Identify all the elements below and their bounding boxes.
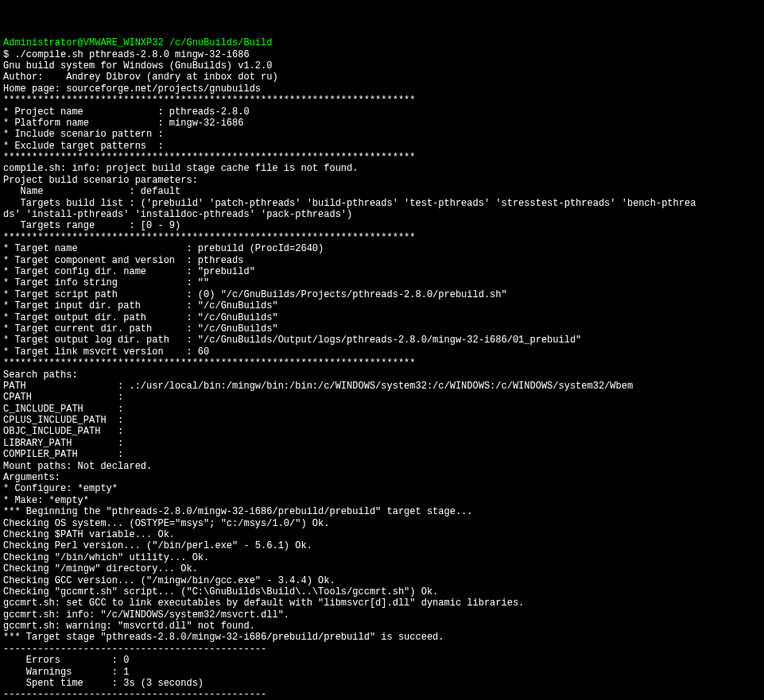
terminal-line: * Target config dir. name : "prebuild" bbox=[3, 266, 764, 277]
terminal-line: Warnings : 1 bbox=[3, 667, 764, 678]
terminal-line: compile.sh: info: project build stage ca… bbox=[3, 163, 764, 174]
terminal-line: * Platform name : mingw-32-i686 bbox=[3, 118, 764, 129]
terminal-line: * Target info string : "" bbox=[3, 277, 764, 288]
terminal-line: Targets range : [0 - 9) bbox=[3, 220, 764, 231]
terminal-line: Search paths: bbox=[3, 369, 764, 381]
terminal-line: ****************************************… bbox=[3, 232, 764, 243]
terminal-line: Errors : 0 bbox=[3, 655, 764, 666]
terminal-line: PATH : .:/usr/local/bin:/mingw/bin:/bin:… bbox=[3, 381, 764, 392]
terminal-line: * Target script path : (0) "/c/GnuBuilds… bbox=[3, 289, 764, 300]
terminal-line: *** Beginning the "pthreads-2.8.0/mingw-… bbox=[3, 506, 764, 517]
terminal-line: Project build scenario parameters: bbox=[3, 175, 764, 186]
terminal-titlebar: Administrator@VMWARE_WINXP32 /c/GnuBuild… bbox=[3, 37, 272, 48]
terminal-line: Checking "/bin/which" utility... Ok. bbox=[3, 552, 764, 563]
terminal-line: * Target current dir. path : "/c/GnuBuil… bbox=[3, 323, 764, 335]
terminal-line: gccmrt.sh: warning: "msvcrtd.dll" not fo… bbox=[3, 621, 764, 632]
terminal-line: * Target output log dir. path : "/c/GnuB… bbox=[3, 335, 764, 346]
terminal-line: Targets build list : ('prebuild' 'patch-… bbox=[3, 198, 764, 209]
terminal-line: gccmrt.sh: info: "/c/WINDOWS/system32/ms… bbox=[3, 609, 764, 621]
terminal-line: Arguments: bbox=[3, 472, 764, 483]
terminal-line: *** Target stage "pthreads-2.8.0/mingw-3… bbox=[3, 632, 764, 643]
terminal-line: CPATH : bbox=[3, 392, 764, 403]
terminal-line: Checking $PATH variable... Ok. bbox=[3, 529, 764, 540]
terminal-line: ds' 'install-pthreads' 'installdoc-pthre… bbox=[3, 209, 764, 220]
terminal-line: Checking "gccmrt.sh" script... ("C:\GnuB… bbox=[3, 586, 764, 598]
terminal-line: ----------------------------------------… bbox=[3, 689, 764, 700]
terminal-line: OBJC_INCLUDE_PATH : bbox=[3, 426, 764, 437]
terminal-line: CPLUS_INCLUDE_PATH : bbox=[3, 415, 764, 426]
terminal-line: Home page: sourceforge.net/projects/gnub… bbox=[3, 83, 764, 95]
terminal-line: C_INCLUDE_PATH : bbox=[3, 404, 764, 415]
terminal-line: Name : default bbox=[3, 186, 764, 197]
terminal-line: * Include scenario pattern : bbox=[3, 129, 764, 140]
terminal-line: * Make: *empty* bbox=[3, 495, 764, 506]
terminal-line: Checking "/mingw" directory... Ok. bbox=[3, 563, 764, 574]
terminal-line: ----------------------------------------… bbox=[3, 644, 764, 655]
terminal-line: COMPILER_PATH : bbox=[3, 449, 764, 460]
terminal-line: Mount paths: Not declared. bbox=[3, 461, 764, 472]
terminal-line: * Exclude target patterns : bbox=[3, 141, 764, 152]
terminal-line: Author: Andrey Dibrov (andry at inbox do… bbox=[3, 72, 764, 83]
terminal-line: * Target component and version : pthread… bbox=[3, 255, 764, 266]
terminal-line: $ ./compile.sh pthreads-2.8.0 mingw-32-i… bbox=[3, 49, 764, 60]
terminal-line: * Project name : pthreads-2.8.0 bbox=[3, 106, 764, 118]
terminal-line: * Target input dir. path : "/c/GnuBuilds… bbox=[3, 300, 764, 311]
terminal-line: Checking OS system... (OSTYPE="msys"; "c… bbox=[3, 518, 764, 529]
terminal-line: ****************************************… bbox=[3, 152, 764, 163]
terminal-line: ****************************************… bbox=[3, 95, 764, 106]
terminal-line: Checking GCC version... ("/mingw/bin/gcc… bbox=[3, 575, 764, 586]
terminal-line: Checking Perl version... ("/bin/perl.exe… bbox=[3, 540, 764, 551]
terminal-line: gccmrt.sh: set GCC to link executables b… bbox=[3, 598, 764, 609]
terminal-output: $ ./compile.sh pthreads-2.8.0 mingw-32-i… bbox=[3, 49, 764, 700]
terminal-line: Spent time : 3s (3 seconds) bbox=[3, 678, 764, 689]
terminal-line: Gnu build system for Windows (GnuBuilds)… bbox=[3, 60, 764, 72]
terminal-line: * Target name : prebuild (ProcId=2640) bbox=[3, 243, 764, 254]
terminal-line: LIBRARY_PATH : bbox=[3, 438, 764, 449]
terminal-line: * Configure: *empty* bbox=[3, 483, 764, 494]
terminal-line: * Target link msvcrt version : 60 bbox=[3, 346, 764, 358]
terminal-line: * Target output dir. path : "/c/GnuBuild… bbox=[3, 312, 764, 323]
terminal-line: ****************************************… bbox=[3, 358, 764, 369]
